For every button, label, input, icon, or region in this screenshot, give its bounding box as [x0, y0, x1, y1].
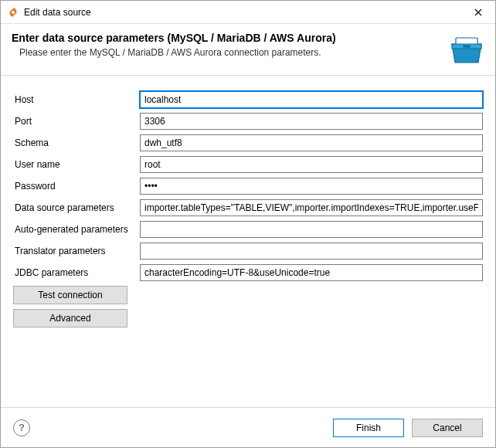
row-dsparams: Data source parameters: [13, 199, 483, 216]
row-jdbc: JDBC parameters: [13, 264, 483, 281]
row-port: Port: [13, 113, 483, 130]
help-icon[interactable]: ?: [13, 419, 30, 436]
label-translator: Translator parameters: [13, 246, 140, 256]
banner-subheading: Please enter the MySQL / MariaDB / AWS A…: [19, 47, 441, 58]
row-password: Password: [13, 178, 483, 195]
label-port: Port: [13, 116, 140, 127]
filebox-icon: [449, 33, 484, 64]
svg-point-1: [12, 11, 15, 14]
gear-icon: [7, 6, 19, 19]
banner-text: Enter data source parameters (MySQL / Ma…: [12, 32, 441, 58]
label-autogen: Auto-generated parameters: [13, 224, 140, 235]
row-user: User name: [13, 156, 483, 173]
svg-rect-3: [463, 46, 471, 48]
titlebar: Edit data source: [1, 1, 495, 24]
input-password[interactable]: [140, 178, 483, 195]
label-user: User name: [13, 159, 140, 170]
label-password: Password: [13, 181, 140, 192]
footer: ? Finish Cancel: [1, 407, 495, 447]
label-host: Host: [13, 94, 140, 105]
row-host: Host: [13, 91, 483, 108]
input-autogen[interactable]: [140, 221, 483, 238]
row-schema: Schema: [13, 134, 483, 151]
label-schema: Schema: [13, 137, 140, 148]
row-autogen: Auto-generated parameters: [13, 221, 483, 238]
window-title: Edit data source: [24, 7, 461, 18]
banner: Enter data source parameters (MySQL / Ma…: [1, 24, 495, 76]
input-jdbc[interactable]: [140, 264, 483, 281]
input-schema[interactable]: [140, 134, 483, 151]
input-user[interactable]: [140, 156, 483, 173]
input-port[interactable]: [140, 113, 483, 130]
input-host[interactable]: [140, 91, 483, 108]
input-translator[interactable]: [140, 243, 483, 260]
close-button[interactable]: [461, 1, 495, 24]
test-connection-button[interactable]: Test connection: [13, 286, 127, 304]
form-area: Host Port Schema User name Password Data…: [1, 76, 495, 407]
label-jdbc: JDBC parameters: [13, 267, 140, 278]
finish-button[interactable]: Finish: [333, 419, 404, 437]
cancel-button[interactable]: Cancel: [412, 419, 483, 437]
label-dsparams: Data source parameters: [13, 202, 140, 213]
advanced-button[interactable]: Advanced: [13, 309, 127, 328]
row-translator: Translator parameters: [13, 243, 483, 260]
banner-heading: Enter data source parameters (MySQL / Ma…: [12, 32, 441, 44]
input-dsparams[interactable]: [140, 199, 483, 216]
